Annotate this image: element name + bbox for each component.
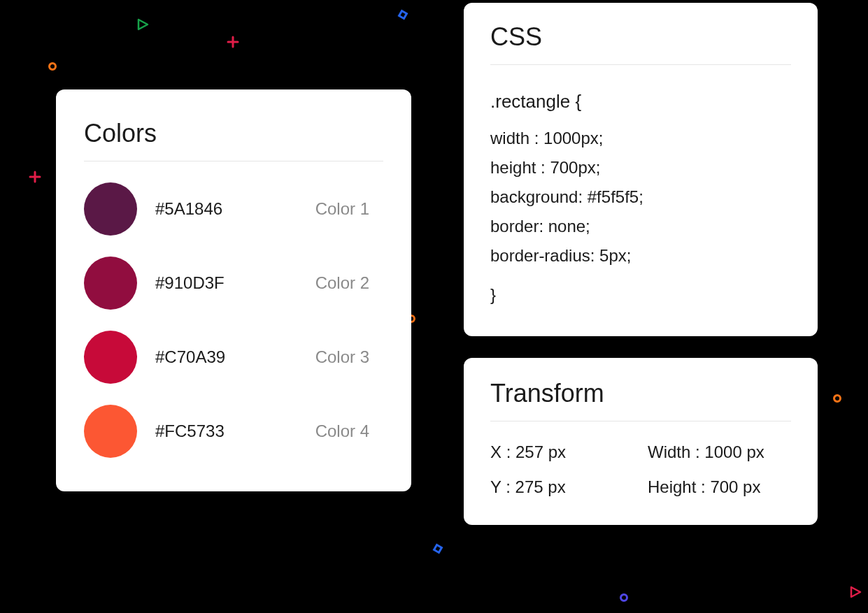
css-panel: CSS .rectangle { width : 1000px; height … [464, 3, 818, 336]
diamond-icon [397, 8, 409, 21]
css-title: CSS [490, 22, 791, 52]
divider [490, 421, 791, 421]
diamond-icon [432, 542, 444, 555]
plus-icon [29, 171, 41, 183]
color-row: #C70A39 Color 3 [84, 331, 383, 384]
transform-y: Y : 275 px [490, 477, 634, 497]
transform-height: Height : 700 px [648, 477, 791, 497]
color-swatch [84, 405, 137, 458]
svg-rect-3 [434, 545, 442, 553]
svg-point-1 [50, 64, 56, 70]
css-property: height : 700px; [490, 153, 791, 182]
svg-point-5 [834, 396, 841, 402]
color-label: Color 1 [315, 199, 369, 219]
triangle-icon [849, 586, 862, 598]
color-hex-value: #910D3F [155, 273, 315, 293]
circle-icon [618, 592, 629, 603]
color-hex-value: #C70A39 [155, 347, 315, 367]
circle-icon [832, 393, 843, 404]
css-property: border: none; [490, 212, 791, 241]
color-label: Color 3 [315, 347, 369, 367]
svg-point-4 [621, 595, 627, 601]
color-swatch [84, 257, 137, 310]
color-row: #5A1846 Color 1 [84, 182, 383, 236]
svg-rect-0 [399, 11, 407, 19]
divider [490, 64, 791, 65]
css-property: background: #f5f5f5; [490, 182, 791, 212]
circle-icon [47, 61, 58, 72]
color-swatch [84, 182, 137, 236]
css-close-brace: } [490, 280, 791, 310]
transform-width: Width : 1000 px [648, 442, 791, 462]
css-code-block: .rectangle { width : 1000px; height : 70… [490, 86, 791, 310]
divider [84, 161, 383, 161]
transform-panel: Transform X : 257 px Width : 1000 px Y :… [464, 358, 818, 525]
css-property: width : 1000px; [490, 124, 791, 153]
css-property: border-radius: 5px; [490, 241, 791, 271]
color-swatch [84, 331, 137, 384]
color-row: #910D3F Color 2 [84, 257, 383, 310]
colors-panel: Colors #5A1846 Color 1 #910D3F Color 2 #… [56, 89, 411, 491]
color-hex-value: #5A1846 [155, 199, 315, 219]
transform-grid: X : 257 px Width : 1000 px Y : 275 px He… [490, 442, 791, 497]
transform-x: X : 257 px [490, 442, 634, 462]
colors-title: Colors [84, 119, 383, 148]
transform-title: Transform [490, 379, 791, 408]
color-label: Color 4 [315, 421, 369, 441]
css-selector: .rectangle { [490, 86, 791, 118]
color-row: #FC5733 Color 4 [84, 405, 383, 458]
triangle-icon [136, 18, 149, 31]
color-label: Color 2 [315, 273, 369, 293]
plus-icon [227, 36, 239, 48]
color-hex-value: #FC5733 [155, 421, 315, 441]
